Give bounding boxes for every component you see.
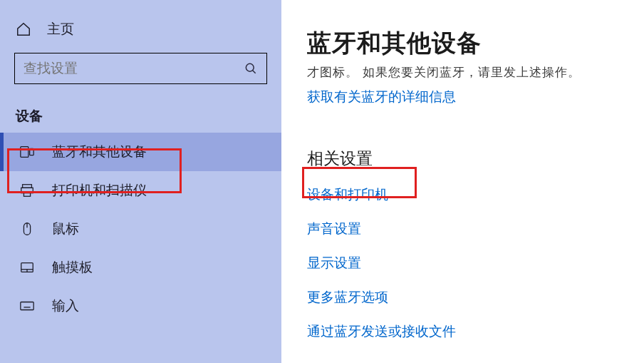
- svg-rect-6: [24, 192, 30, 196]
- svg-rect-12: [21, 302, 33, 310]
- search-icon: [244, 61, 258, 76]
- touchpad-icon: [19, 260, 35, 275]
- sidebar-group-title: 设备: [0, 91, 281, 133]
- watermark-domain: luyouqi.com: [584, 346, 634, 354]
- svg-rect-5: [21, 188, 33, 193]
- home-label: 主页: [47, 20, 74, 39]
- search-input[interactable]: [24, 61, 244, 76]
- sidebar-item-mouse[interactable]: 鼠标: [0, 210, 281, 248]
- keyboard-icon: [19, 298, 35, 314]
- watermark: 路由器 luyouqi.com: [551, 330, 634, 356]
- sidebar-item-label: 触摸板: [52, 258, 93, 277]
- bluetooth-devices-icon: [19, 144, 35, 160]
- sidebar-item-label: 输入: [52, 297, 79, 315]
- related-settings-heading: 相关设置: [307, 148, 630, 170]
- home-icon: [16, 21, 31, 37]
- main-content: 蓝牙和其他设备 才图标。 如果您要关闭蓝牙，请里发上述操作。 获取有关蓝牙的详细…: [281, 0, 644, 363]
- settings-sidebar: 主页 设备 蓝牙和其他设备 打印机和扫描仪 鼠标: [0, 0, 281, 363]
- search-box[interactable]: [14, 53, 267, 84]
- sidebar-item-label: 打印机和扫描仪: [52, 181, 147, 200]
- sidebar-item-printers[interactable]: 打印机和扫描仪: [0, 171, 281, 210]
- svg-rect-3: [30, 148, 33, 155]
- sidebar-item-label: 蓝牙和其他设备: [52, 143, 147, 161]
- svg-rect-4: [23, 185, 32, 188]
- sidebar-item-touchpad[interactable]: 触摸板: [0, 248, 281, 287]
- page-description-fragment: 才图标。 如果您要关闭蓝牙，请里发上述操作。: [307, 64, 630, 81]
- router-icon: [551, 330, 577, 356]
- svg-rect-2: [21, 147, 28, 158]
- svg-point-18: [564, 343, 566, 345]
- svg-point-0: [246, 63, 254, 71]
- mouse-icon: [19, 221, 35, 237]
- sidebar-item-label: 鼠标: [52, 220, 79, 238]
- sidebar-item-bluetooth[interactable]: 蓝牙和其他设备: [0, 133, 281, 171]
- page-title: 蓝牙和其他设备: [307, 27, 630, 60]
- link-more-bluetooth[interactable]: 更多蓝牙选项: [307, 288, 630, 307]
- bluetooth-info-link[interactable]: 获取有关蓝牙的详细信息: [307, 88, 456, 106]
- svg-line-1: [253, 71, 256, 73]
- link-sound-settings[interactable]: 声音设置: [307, 220, 630, 238]
- home-nav[interactable]: 主页: [0, 13, 281, 48]
- watermark-brand: 路由器: [584, 332, 627, 346]
- link-display-settings[interactable]: 显示设置: [307, 254, 630, 272]
- printer-icon: [19, 183, 35, 198]
- sidebar-item-typing[interactable]: 输入: [0, 287, 281, 325]
- related-links: 设备和打印机 声音设置 显示设置 更多蓝牙选项 通过蓝牙发送或接收文件: [307, 185, 630, 341]
- link-devices-printers[interactable]: 设备和打印机: [307, 185, 630, 204]
